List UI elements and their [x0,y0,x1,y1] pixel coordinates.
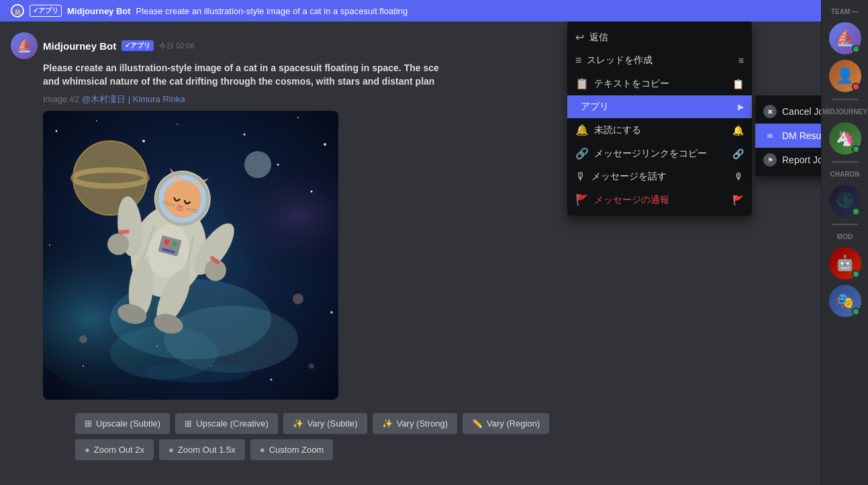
svg-point-25 [259,166,263,170]
zoom-out-2x-button[interactable]: ● Zoom Out 2x [75,439,154,460]
svg-point-64 [144,363,251,383]
link-icon-right: 🔗 [732,148,744,159]
charon-label: CHARON [822,168,868,181]
bot-name-message: Midjourney Bot [43,40,116,52]
sidebar-divider-3 [832,224,859,225]
speak-icon-right: 🎙 [734,171,744,182]
app-badge-message: ✓アプリ [122,40,154,51]
vary-strong-icon: ✨ [382,418,393,429]
unread-icon-right: 🔔 [732,125,744,136]
svg-point-23 [244,151,271,178]
avatar: ⛵ [11,32,38,59]
action-buttons-row2: ● Zoom Out 2x ● Zoom Out 1.5x ● Custom Z… [43,439,810,466]
sidebar-avatar-3[interactable]: 🦄 [829,122,861,155]
sidebar-avatar-2[interactable]: 👤 [829,60,861,92]
status-dot-dnd [852,83,860,91]
svg-point-13 [330,311,333,314]
submenu-cancel-job[interactable]: ✖ Cancel Job [755,99,821,124]
sidebar-avatar-4[interactable]: 🌑 [829,185,861,217]
copy-text-icon: 📋 [575,77,589,90]
menu-item-reply[interactable]: ↩ 返信 [567,26,752,49]
menu-item-copy-link[interactable]: 🔗 メッセージリンクをコピー 🔗 [567,142,752,165]
link-icon: 🔗 [575,147,589,160]
submenu-dm-results[interactable]: ✉ DM Results [755,124,821,148]
menu-item-speak[interactable]: 🎙 メッセージを話す 🎙 [567,165,752,188]
copy-icon-right: 📋 [732,79,744,89]
upscale-subtle-button[interactable]: ⊞ Upscale (Subtle) [75,413,170,434]
svg-point-31 [309,363,314,369]
svg-point-19 [277,164,279,166]
custom-zoom-button[interactable]: ● Custom Zoom [250,439,334,460]
zoom-1-5x-icon: ● [168,445,174,455]
mention: @木村凜日 | Kimura Rinka [82,94,185,104]
upscale-creative-button[interactable]: ⊞ Upscale (Creative) [175,413,278,434]
vary-subtle-icon: ✨ [293,418,303,429]
menu-item-apps[interactable]: アプリ ▶ ✖ Cancel Job ✉ DM Results ⚑ Rep [567,95,752,118]
flag-icon-right: 🚩 [732,195,744,206]
unread-icon: 🔔 [575,124,589,136]
svg-point-14 [83,365,84,367]
svg-point-5 [142,140,145,142]
custom-zoom-icon: ● [260,445,265,455]
vary-region-icon: ✏️ [472,418,483,429]
report-job-icon: ⚑ [763,153,777,167]
svg-point-15 [271,379,273,381]
zoom-2x-icon: ● [85,445,90,455]
action-buttons-row1: ⊞ Upscale (Subtle) ⊞ Upscale (Creative) … [43,408,810,439]
right-sidebar: TEAM — ⛵ 👤 MIDJOURNEY 🦄 CHARON 🌑 MOD 🤖 🎭 [821,0,868,485]
message-meta: Midjourney Bot ✓アプリ 今日 02:06 [43,40,195,52]
mod-label: MOD [822,230,868,243]
vary-subtle-button[interactable]: ✨ Vary (Subtle) [283,413,367,434]
svg-point-4 [96,120,97,122]
svg-point-8 [297,117,299,118]
dm-results-icon: ✉ [763,129,777,142]
upscale-creative-icon: ⊞ [185,418,192,429]
svg-point-7 [244,134,246,136]
midjourney-label: MIDJOURNEY [822,105,868,118]
svg-point-6 [177,124,178,125]
svg-point-30 [79,335,87,343]
submenu-report-job[interactable]: ⚑ Report Job [755,148,821,172]
app-badge-topbar: ✓アプリ [30,5,62,17]
vary-strong-button[interactable]: ✨ Vary (Strong) [373,413,457,434]
upscale-subtle-icon: ⊞ [85,418,92,429]
svg-point-3 [56,130,58,132]
sidebar-divider-1 [832,99,859,100]
status-dot-online-5 [852,308,860,316]
svg-point-11 [311,191,313,193]
apps-submenu: ✖ Cancel Job ✉ DM Results ⚑ Report Job [755,95,821,176]
thread-icon-right: ≡ [738,55,744,66]
context-menu: ↩ 返信 ≡ スレッドを作成 ≡ 📋 テキストをコピー 📋 [567,21,752,216]
top-notification-bar: 🤖 ✓アプリ Midjourney Bot Please create an i… [0,0,821,21]
svg-point-24 [248,157,254,162]
message-timestamp: 今日 02:06 [159,41,195,51]
menu-item-mark-unread[interactable]: 🔔 未読にする 🔔 [567,118,752,142]
thread-icon: ≡ [575,54,581,67]
zoom-out-1-5x-button[interactable]: ● Zoom Out 1.5x [159,439,245,460]
sidebar-divider-2 [832,161,859,163]
team-label: TEAM — [822,5,868,18]
status-dot-online [852,45,860,53]
apps-chevron-icon: ▶ [738,102,744,112]
status-dot-online-3 [852,208,860,216]
messages-area: ⛵ Midjourney Bot ✓アプリ 今日 02:06 Please cr… [0,21,821,485]
vary-region-button[interactable]: ✏️ Vary (Region) [463,413,549,434]
speak-icon: 🎙 [575,171,586,183]
sidebar-avatar-5[interactable]: 🤖 [829,247,861,279]
menu-item-copy-text[interactable]: 📋 テキストをコピー 📋 [567,72,752,95]
cancel-job-icon: ✖ [763,105,777,118]
topbar-prompt: Please create an illustration-style imag… [136,6,408,16]
reply-icon: ↩ [575,31,584,44]
svg-point-9 [324,143,326,146]
sidebar-avatar-6[interactable]: 🎭 [829,285,861,317]
menu-item-thread[interactable]: ≡ スレッドを作成 ≡ [567,49,752,72]
sidebar-avatar-1[interactable]: ⛵ [829,22,861,54]
bot-icon: 🤖 [11,4,24,17]
status-dot-online-4 [852,270,860,278]
svg-point-12 [49,245,50,246]
menu-item-report[interactable]: 🚩 メッセージの通報 🚩 [567,188,752,212]
bot-name-topbar: Midjourney Bot [67,6,131,16]
generated-image [43,111,338,400]
report-icon: 🚩 [575,193,589,206]
svg-point-29 [293,294,303,304]
